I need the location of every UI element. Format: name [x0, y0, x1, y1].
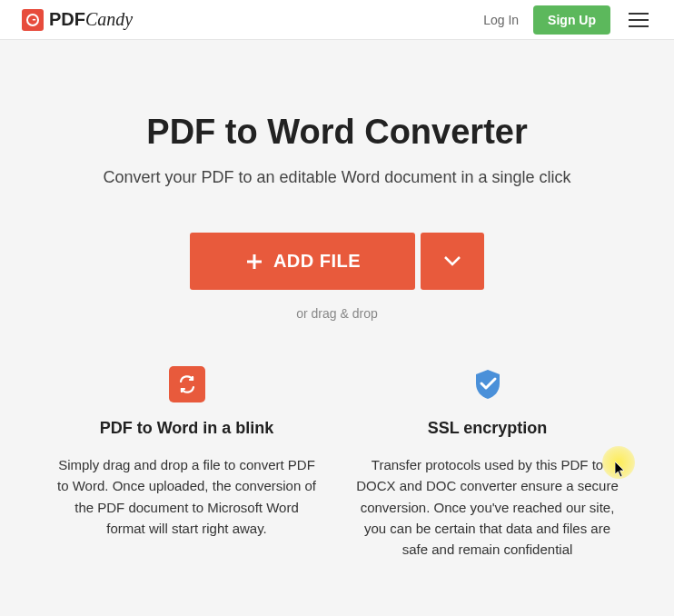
feature-ssl: SSL encryption Transfer protocols used b…: [355, 366, 619, 560]
shield-icon: [470, 366, 506, 402]
drag-drop-hint: or drag & drop: [36, 306, 638, 321]
page-title: PDF to Word Converter: [36, 113, 638, 152]
convert-icon: [169, 366, 205, 402]
feature-description: Simply drag and drop a file to convert P…: [55, 454, 319, 539]
add-file-button[interactable]: ADD FILE: [190, 233, 415, 290]
feature-description: Transfer protocols used by this PDF to D…: [355, 454, 619, 560]
upload-buttons: ADD FILE: [36, 233, 638, 290]
main-content: PDF to Word Converter Convert your PDF t…: [0, 40, 674, 560]
logo[interactable]: PDFCandy: [22, 9, 133, 31]
logo-icon: [22, 9, 44, 31]
page-subtitle: Convert your PDF to an editable Word doc…: [36, 168, 638, 187]
feature-convert: PDF to Word in a blink Simply drag and d…: [55, 366, 319, 560]
feature-title: PDF to Word in a blink: [55, 419, 319, 438]
features-row: PDF to Word in a blink Simply drag and d…: [36, 366, 638, 560]
chevron-down-icon: [444, 256, 461, 266]
feature-title: SSL encryption: [355, 419, 619, 438]
header: PDFCandy Log In Sign Up: [0, 0, 674, 40]
upload-dropdown-button[interactable]: [421, 233, 484, 290]
header-actions: Log In Sign Up: [483, 5, 652, 35]
logo-text: PDFCandy: [49, 9, 133, 30]
signup-button[interactable]: Sign Up: [533, 5, 610, 35]
login-link[interactable]: Log In: [483, 13, 519, 27]
hamburger-icon: [629, 13, 649, 27]
menu-button[interactable]: [625, 9, 652, 31]
plus-icon: [244, 252, 264, 272]
